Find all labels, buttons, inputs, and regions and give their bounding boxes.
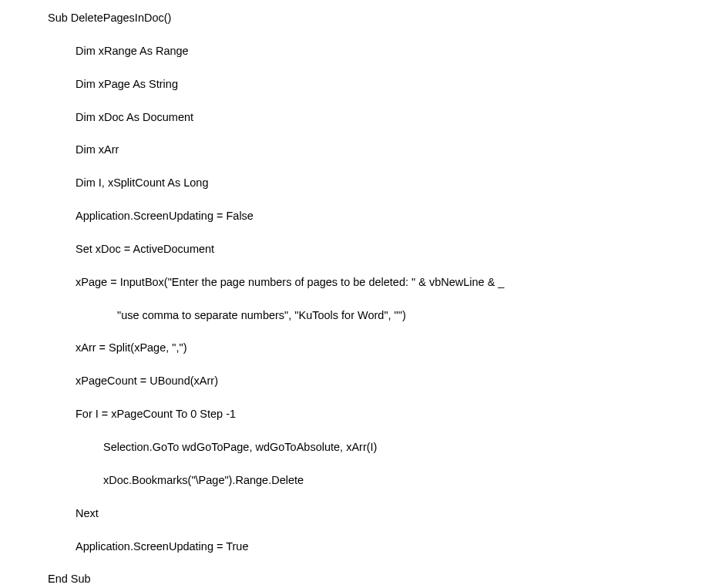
code-line: Application.ScreenUpdating = True: [48, 539, 712, 554]
code-line: For I = xPageCount To 0 Step -1: [48, 407, 712, 422]
code-line: xArr = Split(xPage, ","): [48, 341, 712, 355]
code-line: Dim I, xSplitCount As Long: [48, 176, 712, 190]
code-line: Dim xDoc As Document: [48, 110, 712, 125]
code-line: Set xDoc = ActiveDocument: [48, 242, 712, 257]
code-line: Application.ScreenUpdating = False: [48, 209, 712, 223]
code-line: Selection.GoTo wdGoToPage, wdGoToAbsolut…: [48, 440, 712, 455]
code-line: "use comma to separate numbers", "KuTool…: [48, 308, 712, 323]
code-line: End Sub: [48, 572, 712, 586]
code-line: Sub DeletePagesInDoc(): [48, 11, 712, 25]
code-line: xPageCount = UBound(xArr): [48, 374, 712, 388]
code-line: Next: [48, 506, 712, 521]
code-line: Dim xArr: [48, 143, 712, 157]
vba-code-block: Sub DeletePagesInDoc() Dim xRange As Ran…: [0, 0, 712, 586]
code-line: Dim xPage As String: [48, 77, 712, 92]
code-line: xPage = InputBox("Enter the page numbers…: [48, 275, 712, 290]
code-line: xDoc.Bookmarks("\Page").Range.Delete: [48, 473, 712, 488]
code-line: Dim xRange As Range: [48, 44, 712, 59]
